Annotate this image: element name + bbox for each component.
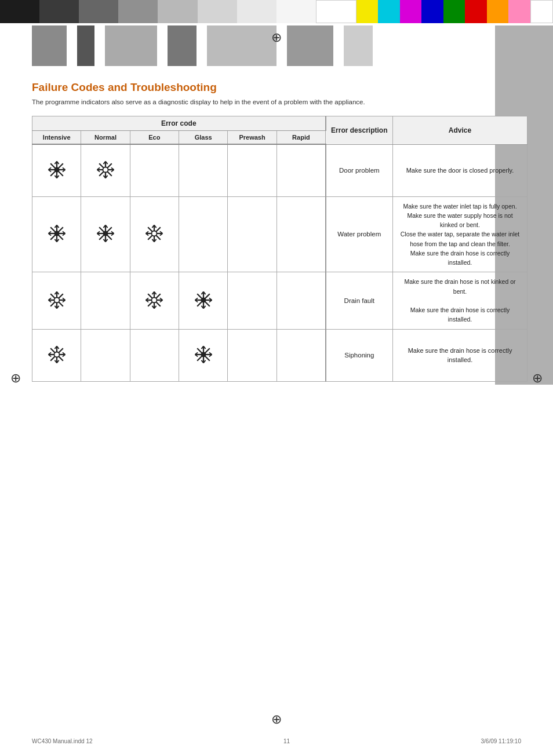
swatch-7 bbox=[237, 0, 276, 23]
swatch-pink bbox=[508, 0, 530, 23]
row4-normal bbox=[81, 329, 130, 381]
row1-glass bbox=[179, 144, 228, 196]
row1-normal bbox=[81, 144, 130, 196]
indicator-glass-filled-3 bbox=[193, 290, 214, 311]
reg-mark-bottom: ⊕ bbox=[271, 712, 282, 727]
swatch-red bbox=[465, 0, 486, 23]
col-glass: Glass bbox=[179, 131, 228, 145]
page-title: Failure Codes and Troubleshooting bbox=[32, 81, 527, 94]
col-prewash: Prewash bbox=[228, 131, 276, 145]
swatch-1 bbox=[0, 0, 39, 23]
swatch-5 bbox=[158, 0, 197, 23]
table-row: Drain fault Make sure the drain hose is … bbox=[32, 272, 527, 329]
swatch-3 bbox=[79, 0, 118, 23]
row4-rapid bbox=[276, 329, 325, 381]
swatch-orange bbox=[487, 0, 508, 23]
footer: WC430 Manual.indd 12 11 3/6/09 11:19:10 bbox=[0, 738, 553, 744]
svg-point-30 bbox=[54, 231, 59, 236]
footer-right: 3/6/09 11:19:10 bbox=[481, 738, 521, 744]
row2-error-desc: Water problem bbox=[326, 196, 393, 272]
row4-eco bbox=[130, 329, 179, 381]
indicator-intensive-filled-2 bbox=[46, 223, 67, 244]
row3-eco bbox=[130, 272, 179, 329]
row4-intensive bbox=[32, 329, 81, 381]
fault-table: Error code Error description Advice Inte… bbox=[32, 116, 527, 382]
page-number: 11 bbox=[283, 738, 290, 744]
error-desc-header: Error description bbox=[326, 116, 393, 145]
advice-header: Advice bbox=[393, 116, 527, 145]
page-subtitle: The programme indicators also serve as a… bbox=[32, 98, 527, 105]
footer-left: WC430 Manual.indd 12 bbox=[32, 738, 93, 744]
swatch-4 bbox=[118, 0, 158, 23]
svg-point-121 bbox=[201, 352, 206, 357]
row2-rapid bbox=[276, 196, 325, 272]
svg-point-4 bbox=[54, 167, 59, 173]
row3-rapid bbox=[276, 272, 325, 329]
row3-advice: Make sure the drain hose is not kinked o… bbox=[393, 272, 527, 329]
col-normal: Normal bbox=[81, 131, 130, 145]
row2-prewash bbox=[228, 196, 276, 272]
reg-mark-right: ⊕ bbox=[532, 371, 543, 386]
svg-point-17 bbox=[103, 167, 108, 173]
row3-intensive bbox=[32, 272, 81, 329]
svg-point-69 bbox=[54, 298, 59, 303]
row2-advice: Make sure the water inlet tap is fully o… bbox=[393, 196, 527, 272]
indicator-intensive-outline-4 bbox=[46, 344, 67, 365]
row3-prewash bbox=[228, 272, 276, 329]
svg-point-43 bbox=[103, 231, 108, 236]
swatch-8 bbox=[276, 0, 316, 23]
reg-mark-left: ⊕ bbox=[10, 371, 21, 386]
main-content: Failure Codes and Troubleshooting The pr… bbox=[32, 81, 527, 382]
row3-error-desc: Drain fault bbox=[326, 272, 393, 329]
svg-point-56 bbox=[152, 231, 157, 236]
reg-mark-top: ⊕ bbox=[271, 30, 282, 45]
swatch-white bbox=[530, 0, 553, 23]
row1-prewash bbox=[228, 144, 276, 196]
row1-error-desc: Door problem bbox=[326, 144, 393, 196]
indicator-glass-filled-4 bbox=[193, 344, 214, 365]
svg-point-95 bbox=[201, 298, 206, 303]
swatch-blue bbox=[421, 0, 443, 23]
indicator-intensive-filled bbox=[46, 159, 67, 180]
table-row: Door problem Make sure the door is close… bbox=[32, 144, 527, 196]
indicator-intensive-outline-3 bbox=[46, 290, 67, 311]
row4-prewash bbox=[228, 329, 276, 381]
row3-normal bbox=[81, 272, 130, 329]
row1-rapid bbox=[276, 144, 325, 196]
indicator-normal-filled-2 bbox=[95, 223, 116, 244]
error-code-header: Error code bbox=[32, 116, 326, 131]
row2-intensive bbox=[32, 196, 81, 272]
swatch-cyan bbox=[378, 0, 399, 23]
swatch-6 bbox=[198, 0, 237, 23]
row2-eco bbox=[130, 196, 179, 272]
table-row: Water problem Make sure the water inlet … bbox=[32, 196, 527, 272]
row4-glass bbox=[179, 329, 228, 381]
svg-point-108 bbox=[54, 352, 59, 357]
col-eco: Eco bbox=[130, 131, 179, 145]
table-row: Siphoning Make sure the drain hose is co… bbox=[32, 329, 527, 381]
top-color-bar bbox=[0, 0, 553, 23]
row4-advice: Make sure the drain hose is correctly in… bbox=[393, 329, 527, 381]
svg-point-82 bbox=[152, 298, 157, 303]
swatch-9 bbox=[316, 0, 356, 23]
swatch-green bbox=[443, 0, 465, 23]
row1-eco bbox=[130, 144, 179, 196]
swatch-magenta bbox=[400, 0, 421, 23]
col-rapid: Rapid bbox=[276, 131, 325, 145]
swatch-2 bbox=[39, 0, 79, 23]
swatch-yellow bbox=[356, 0, 378, 23]
row4-error-desc: Siphoning bbox=[326, 329, 393, 381]
indicator-eco-outline-2 bbox=[144, 223, 165, 244]
row1-advice: Make sure the door is closed properly. bbox=[393, 144, 527, 196]
row2-glass bbox=[179, 196, 228, 272]
indicator-normal-outline bbox=[95, 159, 116, 180]
col-intensive: Intensive bbox=[32, 131, 81, 145]
row2-normal bbox=[81, 196, 130, 272]
row1-intensive bbox=[32, 144, 81, 196]
indicator-eco-outline-3 bbox=[144, 290, 165, 311]
row3-glass bbox=[179, 272, 228, 329]
